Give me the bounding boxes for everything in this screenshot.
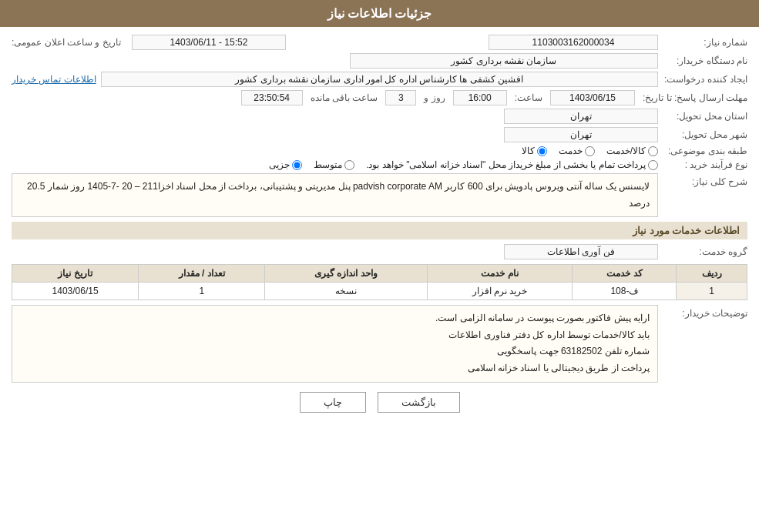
row-unit-1: نسخه xyxy=(265,283,427,300)
service-group-label: گروه خدمت: xyxy=(663,246,747,257)
category-khedmat-radio[interactable] xyxy=(585,146,595,156)
category-row: طبقه بندی موضوعی: کالا/خدمت خدمت کالا xyxy=(12,146,747,156)
purchase-jozee-radio[interactable] xyxy=(292,160,302,170)
buyer-notes-line2: باید کالا/خدمات توسط اداره کل دفتر فناور… xyxy=(20,327,650,344)
send-day-value: 3 xyxy=(385,90,416,105)
back-button[interactable]: بازگشت xyxy=(378,392,460,413)
niyaz-number-value: 1103003162000034 xyxy=(489,35,658,50)
description-text: لایسنس یک ساله آنتی ویروس پادویش برای 60… xyxy=(27,181,650,209)
category-khedmat-option[interactable]: خدمت xyxy=(559,146,595,156)
contact-link[interactable]: اطلاعات تماس خریدار xyxy=(12,74,96,85)
province-row: استان محل تحویل: تهران xyxy=(12,109,747,124)
purchase-esnad-option[interactable]: پرداخت تمام یا بخشی از مبلغ خریداز محل "… xyxy=(366,159,658,170)
page-title: جزئیات اطلاعات نیاز xyxy=(327,7,432,20)
city-row: شهر محل تحویل: تهران xyxy=(12,127,747,142)
purchase-jozee-option[interactable]: جزیی xyxy=(269,159,302,170)
created-by-value: افشین کشفی ها کارشناس اداره کل امور ادار… xyxy=(101,72,658,87)
description-row: شرح کلی نیاز: لایسنس یک ساله آنتی ویروس … xyxy=(12,173,747,217)
purchase-motavasset-radio[interactable] xyxy=(344,160,354,170)
row-num-1: 1 xyxy=(677,283,747,300)
purchase-jozee-label: جزیی xyxy=(269,159,290,170)
buyer-notes-label: توضیحات خریدار: xyxy=(663,305,747,319)
send-time-value: 16:00 xyxy=(453,90,507,105)
col-header-code: کد خدمت xyxy=(573,265,677,283)
service-group-value: فن آوری اطلاعات xyxy=(504,244,658,259)
date-label: تاریخ و ساعت اعلان عمومی: xyxy=(12,37,127,48)
col-header-unit: واحد اندازه گیری xyxy=(265,265,427,283)
send-date-value: 1403/06/15 xyxy=(550,90,635,105)
category-kala-only-radio[interactable] xyxy=(537,146,547,156)
buyer-notes-line4: پرداخت از طریق دیجیتالی یا اسناد خزانه ا… xyxy=(20,360,650,377)
purchase-motavasset-label: متوسط xyxy=(314,159,342,170)
page-header: جزئیات اطلاعات نیاز xyxy=(0,0,759,27)
province-value: تهران xyxy=(504,109,658,124)
niyaz-row: شماره نیاز: 1103003162000034 1403/06/11 … xyxy=(12,35,747,50)
buyer-notes-box: ارایه پیش فاکتور بصورت پیوست در سامانه ا… xyxy=(12,305,658,382)
button-row: بازگشت چاپ xyxy=(12,392,747,413)
description-box: لایسنس یک ساله آنتی ویروس پادویش برای 60… xyxy=(12,173,658,217)
page-wrapper: جزئیات اطلاعات نیاز شماره نیاز: 11030031… xyxy=(0,0,759,532)
print-button[interactable]: چاپ xyxy=(300,392,366,413)
purchase-type-label: نوع فرآیند خرید : xyxy=(663,159,747,170)
purchase-motavasset-option[interactable]: متوسط xyxy=(314,159,354,170)
category-kala-only-label: کالا xyxy=(522,146,535,156)
niyaz-number-label: شماره نیاز: xyxy=(663,37,747,48)
category-kala-only-option[interactable]: کالا xyxy=(522,146,547,156)
category-label: طبقه بندی موضوعی: xyxy=(663,146,747,156)
row-name-1: خرید نرم افزار xyxy=(427,283,573,300)
date-value: 1403/06/11 - 15:52 xyxy=(132,35,286,50)
row-date-1: 1403/06/15 xyxy=(12,283,139,300)
table-row: 1 ف-108 خرید نرم افزار نسخه 1 1403/06/15 xyxy=(12,283,747,300)
col-header-date: تاریخ نیاز xyxy=(12,265,139,283)
service-group-row: گروه خدمت: فن آوری اطلاعات xyxy=(12,244,747,259)
city-label: شهر محل تحویل: xyxy=(663,129,747,140)
buyer-notes-line1: ارایه پیش فاکتور بصورت پیوست در سامانه ا… xyxy=(20,310,650,327)
purchase-type-group: پرداخت تمام یا بخشی از مبلغ خریداز محل "… xyxy=(269,159,658,170)
buyer-notes-row: توضیحات خریدار: ارایه پیش فاکتور بصورت پ… xyxy=(12,305,747,382)
dastgah-row: نام دستگاه خریدار: سازمان نقشه برداری کش… xyxy=(12,53,747,69)
description-label: شرح کلی نیاز: xyxy=(663,173,747,187)
city-value: تهران xyxy=(504,127,658,142)
row-qty-1: 1 xyxy=(139,283,265,300)
purchase-esnad-radio[interactable] xyxy=(648,160,658,170)
send-date-row: مهلت ارسال پاسخ: تا تاریخ: 1403/06/15 سا… xyxy=(12,90,747,105)
col-header-row: ردیف xyxy=(677,265,747,283)
category-radio-group: کالا/خدمت خدمت کالا xyxy=(522,146,658,156)
dastgah-value: سازمان نقشه برداری کشور xyxy=(350,53,658,69)
send-day-label: روز و xyxy=(424,92,445,103)
category-kala-radio[interactable] xyxy=(648,146,658,156)
purchase-type-row: نوع فرآیند خرید : پرداخت تمام یا بخشی از… xyxy=(12,159,747,170)
category-khedmat-label: خدمت xyxy=(559,146,583,156)
send-time-label: ساعت: xyxy=(515,92,542,103)
buyer-notes-line3: شماره تلفن 63182502 جهت پاسخگویی xyxy=(20,343,650,360)
created-by-row: ایجاد کننده درخواست: افشین کشفی ها کارشن… xyxy=(12,72,747,87)
province-label: استان محل تحویل: xyxy=(663,111,747,122)
row-code-1: ف-108 xyxy=(573,283,677,300)
col-header-qty: تعداد / مقدار xyxy=(139,265,265,283)
category-kala-option[interactable]: کالا/خدمت xyxy=(606,146,658,156)
send-remaining-label: ساعت باقی مانده xyxy=(311,92,378,103)
category-kala-label: کالا/خدمت xyxy=(606,146,646,156)
dastgah-label: نام دستگاه خریدار: xyxy=(663,55,747,66)
services-section-title: اطلاعات خدمات مورد نیاز xyxy=(12,222,747,239)
send-date-label: مهلت ارسال پاسخ: تا تاریخ: xyxy=(640,92,747,103)
services-table: ردیف کد خدمت نام خدمت واحد اندازه گیری ت… xyxy=(12,264,747,300)
send-remaining-value: 23:50:54 xyxy=(241,90,303,105)
main-content: شماره نیاز: 1103003162000034 1403/06/11 … xyxy=(0,27,759,428)
col-header-name: نام خدمت xyxy=(427,265,573,283)
created-by-label: ایجاد کننده درخواست: xyxy=(663,74,747,85)
purchase-esnad-label: پرداخت تمام یا بخشی از مبلغ خریداز محل "… xyxy=(366,159,646,170)
